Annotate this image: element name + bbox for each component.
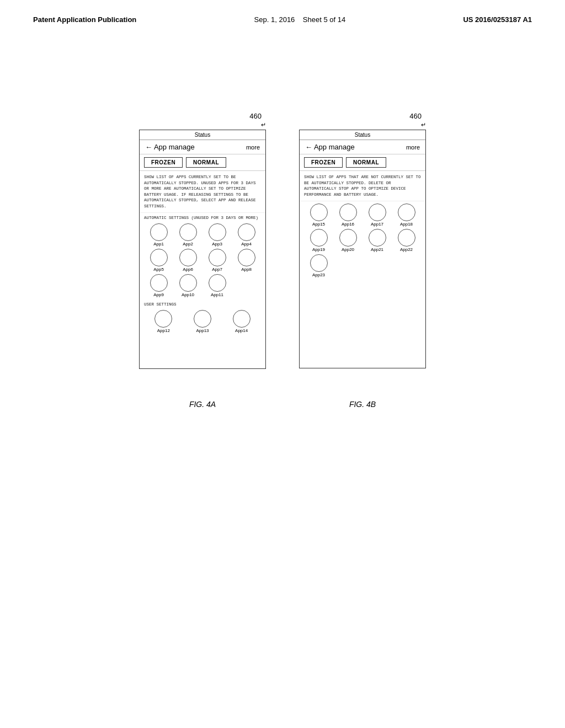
app-icon [398, 204, 415, 221]
app-label: App14 [235, 328, 248, 333]
description-4a: SHOW LIST OF APPS CURRENTLY SET TO BE AU… [140, 171, 265, 213]
app-icon [150, 249, 168, 266]
app-icon [209, 249, 226, 266]
app-item[interactable]: App4 [232, 223, 261, 247]
nav-back-4a[interactable]: ← App manage [145, 143, 195, 151]
app-icon [154, 310, 172, 328]
ref-number-4b: 460 [409, 112, 422, 120]
app-item[interactable]: App9 [144, 274, 173, 297]
apps-grid-4b: App15 App16 App17 App18 App19 [300, 201, 425, 280]
tab-frozen-4b[interactable]: FROZEN [304, 157, 343, 168]
app-label: App17 [371, 222, 383, 227]
app-item[interactable]: App1 [144, 223, 173, 247]
patent-header: Patent Application Publication Sep. 1, 2… [0, 0, 565, 24]
app-icon [209, 274, 226, 292]
app-icon [194, 310, 211, 328]
fig4b-diagram: 460 ↵ Status ← App manage more FROZEN NO… [299, 112, 426, 369]
status-bar-4a: Status [140, 130, 265, 140]
status-bar-4b: Status [300, 130, 425, 140]
app-item[interactable]: App6 [173, 249, 202, 272]
app-label: App11 [211, 292, 223, 297]
fig4a-diagram: 460 ↵ Status ← App manage more FROZEN NO… [139, 112, 266, 369]
app-icon [238, 249, 255, 266]
app-label: App15 [312, 222, 325, 227]
app-icon [310, 229, 328, 247]
app-label: App7 [212, 267, 222, 272]
main-content: 460 ↵ Status ← App manage more FROZEN NO… [0, 24, 565, 391]
apps-grid-auto: App1 App2 App3 App4 App5 [140, 221, 265, 299]
section-auto-label: AUTOMATIC SETTINGS (UNUSED FOR 3 DAYS OR… [140, 213, 265, 221]
apps-grid-user: App12 App13 App14 [140, 308, 265, 335]
app-icon [238, 223, 255, 241]
description-4b: SHOW LIST OF APPS THAT ARE NOT CURRENTLY… [300, 171, 425, 201]
app-label: App20 [342, 247, 354, 252]
app-label: App13 [196, 328, 209, 333]
nav-bar-4a: ← App manage more [140, 140, 265, 154]
app-item[interactable]: App8 [232, 249, 261, 272]
app-icon [310, 254, 328, 272]
patent-header-center: Sep. 1, 2016 Sheet 5 of 14 [254, 15, 346, 24]
tab-normal-4b[interactable]: NORMAL [346, 157, 386, 168]
app-label: App9 [153, 292, 164, 297]
app-item[interactable]: App17 [363, 204, 392, 227]
app-label: App4 [241, 242, 252, 247]
app-item[interactable]: App16 [333, 204, 363, 227]
app-item[interactable]: App19 [304, 229, 333, 252]
tab-row-4a: FROZEN NORMAL [140, 154, 265, 171]
tab-frozen-4a[interactable]: FROZEN [144, 157, 183, 168]
app-icon [179, 223, 197, 241]
app-label: App23 [312, 272, 325, 277]
app-item[interactable]: App2 [173, 223, 202, 247]
app-item[interactable]: App11 [202, 274, 232, 297]
app-item[interactable]: App18 [392, 204, 421, 227]
app-label: App21 [371, 247, 383, 252]
app-item[interactable]: App10 [173, 274, 202, 297]
app-item[interactable]: App23 [304, 254, 333, 277]
app-item[interactable]: App13 [183, 310, 222, 333]
app-label: App19 [312, 247, 325, 252]
app-icon [233, 310, 250, 328]
nav-more-4b[interactable]: more [406, 144, 420, 151]
patent-header-left: Patent Application Publication [33, 15, 136, 24]
app-item[interactable]: App22 [392, 229, 421, 252]
app-label: App16 [342, 222, 354, 227]
app-label: App12 [157, 328, 170, 333]
phone-frame-4a: Status ← App manage more FROZEN NORMAL S… [139, 130, 266, 369]
app-item[interactable]: App15 [304, 204, 333, 227]
app-icon [369, 204, 386, 221]
app-icon [310, 204, 328, 221]
nav-back-4b[interactable]: ← App manage [305, 143, 355, 151]
fig4b-label: FIG. 4B [299, 400, 426, 409]
app-icon [179, 274, 197, 292]
app-label: App22 [400, 247, 413, 252]
app-item[interactable]: App20 [333, 229, 363, 252]
figures-row: FIG. 4A FIG. 4B [0, 391, 565, 417]
app-label: App10 [182, 292, 194, 297]
app-item[interactable]: App5 [144, 249, 173, 272]
app-icon [398, 229, 415, 247]
app-label: App3 [212, 242, 222, 247]
fig4a-label: FIG. 4A [139, 400, 266, 409]
app-item[interactable]: App3 [202, 223, 232, 247]
tab-normal-4a[interactable]: NORMAL [186, 157, 226, 168]
app-label: App8 [241, 267, 252, 272]
ref-number-4a: 460 [249, 112, 262, 120]
app-icon [150, 274, 168, 292]
app-label: App2 [183, 242, 193, 247]
app-label: App5 [153, 267, 164, 272]
phone-frame-4b: Status ← App manage more FROZEN NORMAL S… [299, 130, 426, 368]
app-item[interactable]: App21 [363, 229, 392, 252]
app-item[interactable]: App7 [202, 249, 232, 272]
nav-more-4a[interactable]: more [246, 144, 260, 151]
nav-bar-4b: ← App manage more [300, 140, 425, 154]
tab-row-4b: FROZEN NORMAL [300, 154, 425, 171]
app-label: App1 [153, 242, 164, 247]
app-icon [209, 223, 226, 241]
app-icon [369, 229, 386, 247]
app-item[interactable]: App14 [222, 310, 261, 333]
app-item[interactable]: App12 [144, 310, 183, 333]
app-label: App6 [183, 267, 193, 272]
app-icon [339, 229, 357, 247]
patent-header-right: US 2016/0253187 A1 [463, 15, 532, 24]
app-label: App18 [400, 222, 413, 227]
